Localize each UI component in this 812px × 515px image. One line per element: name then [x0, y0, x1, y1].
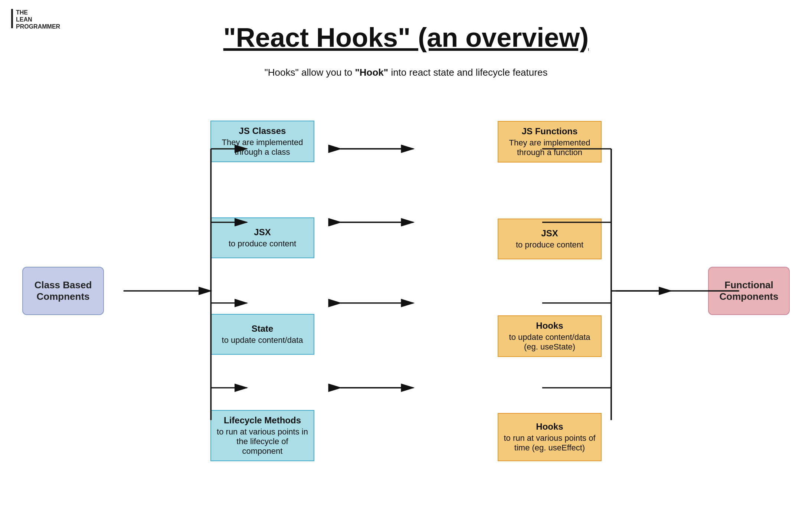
- card-blue-3: Lifecycle Methods to run at various poin…: [210, 410, 314, 461]
- center-area: JS Classes They are implemented through …: [119, 89, 693, 493]
- card-blue-0-title: JS Classes: [239, 126, 286, 136]
- subtitle-hook: "Hook": [355, 67, 389, 78]
- orange-column: JS Functions They are implemented throug…: [406, 89, 693, 493]
- card-orange-1-title: JSX: [541, 228, 558, 239]
- card-blue-0: JS Classes They are implemented through …: [210, 121, 314, 162]
- card-blue-1: JSX to produce content: [210, 217, 314, 258]
- card-blue-0-body: They are implemented through a class: [216, 138, 309, 157]
- card-blue-2: State to update content/data: [210, 314, 314, 355]
- functional-components-box: FunctionalComponents: [708, 267, 790, 315]
- card-blue-2-title: State: [252, 324, 274, 334]
- main-title: "React Hooks" (an overview): [0, 22, 812, 53]
- subtitle-pre: "Hooks" allow you to: [265, 67, 355, 78]
- functional-components-label: FunctionalComponents: [720, 279, 779, 302]
- card-orange-0-body: They are implemented through a function: [503, 138, 596, 157]
- class-based-label: Class BasedCompnents: [35, 279, 92, 302]
- blue-column: JS Classes They are implemented through …: [119, 89, 406, 493]
- card-blue-3-body: to run at various points in the lifecycl…: [216, 427, 309, 456]
- subtitle-post: into react state and lifecycle features: [388, 67, 547, 78]
- card-orange-1-body: to produce content: [516, 240, 583, 250]
- card-blue-2-body: to update content/data: [222, 335, 303, 345]
- card-orange-2-title: Hooks: [536, 321, 563, 331]
- card-orange-3-title: Hooks: [536, 421, 563, 432]
- card-orange-3-body: to run at various points of time (eg. us…: [503, 433, 596, 453]
- card-orange-2-body: to update content/data(eg. useState): [509, 332, 590, 352]
- card-blue-1-body: to produce content: [229, 239, 296, 249]
- card-orange-0-title: JS Functions: [522, 126, 578, 137]
- subtitle: "Hooks" allow you to "Hook" into react s…: [0, 67, 812, 78]
- card-orange-0: JS Functions They are implemented throug…: [498, 121, 602, 163]
- card-orange-1: JSX to produce content: [498, 219, 602, 259]
- card-blue-1-title: JSX: [254, 227, 271, 237]
- class-based-box: Class BasedCompnents: [22, 267, 104, 315]
- logo-line1: THE: [16, 9, 60, 16]
- card-orange-2: Hooks to update content/data(eg. useStat…: [498, 315, 602, 357]
- diagram: Class BasedCompnents FunctionalComponent…: [22, 89, 790, 493]
- card-blue-3-title: Lifecycle Methods: [224, 415, 301, 426]
- card-orange-3: Hooks to run at various points of time (…: [498, 413, 602, 461]
